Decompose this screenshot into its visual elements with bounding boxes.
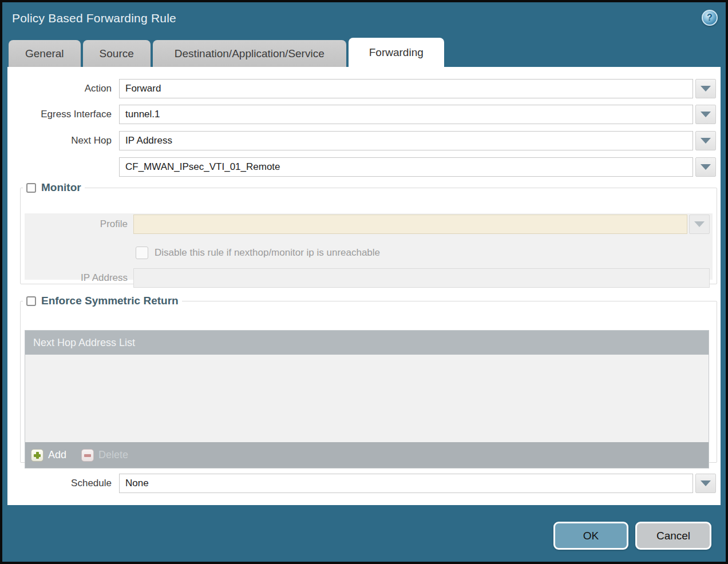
schedule-select[interactable]: None [119,474,693,493]
egress-interface-dropdown-button[interactable] [695,105,716,124]
forwarding-tab-panel: Action Forward Egress Interface tunnel.1… [7,67,721,505]
tab-destination-application-service[interactable]: Destination/Application/Service [153,40,346,67]
egress-interface-select[interactable]: tunnel.1 [119,105,693,124]
chevron-down-icon [701,480,711,486]
add-button-label: Add [48,449,66,461]
chevron-down-icon [701,164,711,170]
tab-forwarding[interactable]: Forwarding [349,38,444,67]
tab-general[interactable]: General [9,40,81,67]
monitor-checkbox[interactable] [26,183,36,193]
dialog-title: Policy Based Forwarding Rule [12,11,176,25]
next-hop-address-list-header: Next Hop Address List [25,331,709,355]
schedule-label: Schedule [7,478,119,489]
monitor-legend-label: Monitor [41,181,81,194]
monitor-legend: Monitor [23,181,85,194]
chevron-down-icon [694,221,705,227]
enforce-symmetric-return-section: Enforce Symmetric Return Next Hop Addres… [20,295,717,463]
next-hop-address-select[interactable]: CF_MWAN_IPsec_VTI_01_Remote [119,157,693,177]
profile-row: Profile [25,215,710,234]
next-hop-address-dropdown-button[interactable] [695,157,716,177]
next-hop-row: Next Hop IP Address [7,130,721,151]
chevron-down-icon [701,138,711,144]
egress-interface-label: Egress Interface [7,109,119,120]
tab-source[interactable]: Source [83,40,151,67]
action-label: Action [7,83,119,94]
add-button[interactable]: Add [31,449,66,462]
tab-bar: General Source Destination/Application/S… [9,38,444,67]
disable-rule-checkbox [136,247,148,259]
next-hop-dropdown-button[interactable] [695,131,716,150]
schedule-dropdown-button[interactable] [695,474,716,493]
next-hop-address-list-table: Next Hop Address List Add Delete [25,330,709,468]
enforce-symmetric-return-legend: Enforce Symmetric Return [23,295,182,307]
ok-button[interactable]: OK [553,522,628,550]
next-hop-address-list-footer: Add Delete [25,442,709,468]
action-select[interactable]: Forward [119,79,693,98]
schedule-row: Schedule None [7,473,721,494]
disable-rule-label: Disable this rule if nexthop/monitor ip … [155,247,380,259]
profile-label: Profile [25,219,133,230]
monitor-panel: Profile Disable this rule if nexthop/mon… [25,213,713,280]
profile-dropdown-button [689,215,710,234]
help-icon[interactable]: ? [702,10,718,26]
next-hop-label: Next Hop [7,135,119,146]
enforce-symmetric-return-legend-label: Enforce Symmetric Return [41,295,179,307]
enforce-symmetric-return-checkbox[interactable] [26,296,36,306]
action-row: Action Forward [7,78,721,99]
monitor-ip-address-input [133,268,710,288]
disable-rule-row: Disable this rule if nexthop/monitor ip … [136,243,710,263]
minus-icon [81,449,94,462]
action-dropdown-button[interactable] [695,79,716,98]
delete-button-label: Delete [98,449,128,461]
delete-button: Delete [81,449,128,462]
plus-icon [31,449,43,462]
monitor-section: Monitor Profile Disable this rule if nex… [20,181,717,284]
policy-based-forwarding-dialog: Policy Based Forwarding Rule ? General S… [0,0,728,564]
monitor-ip-address-row: IP Address [25,268,710,288]
monitor-ip-address-label: IP Address [25,272,133,284]
chevron-down-icon [701,112,711,117]
profile-select [133,215,687,234]
cancel-button[interactable]: Cancel [635,522,711,550]
next-hop-address-list-body[interactable] [25,355,709,442]
next-hop-type-select[interactable]: IP Address [119,131,693,150]
chevron-down-icon [701,86,711,92]
egress-interface-row: Egress Interface tunnel.1 [7,104,721,125]
next-hop-address-row: CF_MWAN_IPsec_VTI_01_Remote [7,157,721,177]
